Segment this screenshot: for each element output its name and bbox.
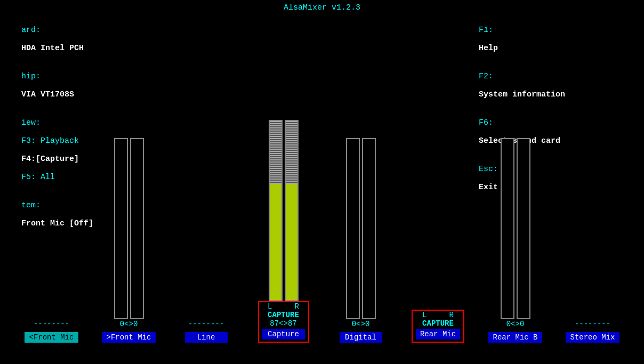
- fader-capture-r: [285, 120, 299, 301]
- channel-digital-labels: 0<>0: [352, 319, 370, 330]
- channel-stereo-mix: -------- Stereo Mix: [554, 138, 631, 343]
- mixer-area: -------- <Front Mic 0<>0 >Front Mic: [0, 85, 644, 364]
- channel-btn-front-mic-muted[interactable]: <Front Mic: [25, 332, 78, 343]
- fader-rear-mic-b-r: [517, 138, 530, 319]
- fader-cap-r-gray: [286, 121, 297, 184]
- channel-btn-digital[interactable]: Digital: [340, 332, 382, 343]
- channel-capture: L R CAPTURE 87<>87 Capture: [245, 120, 322, 343]
- channel-line: -------- Line: [167, 138, 245, 343]
- rear-mic-red-box: L R CAPTURE Rear Mic: [412, 310, 464, 343]
- channel-btn-line[interactable]: Line: [185, 332, 228, 343]
- fader-digital-r: [362, 138, 376, 319]
- capture-red-box: L R CAPTURE 87<>87 Capture: [258, 301, 309, 343]
- capture-value: 87<>87: [270, 319, 296, 328]
- channel-btn-capture[interactable]: Capture: [262, 329, 305, 339]
- rear-mic-type-label: CAPTURE: [422, 319, 454, 328]
- channel-digital-value: 0<>0: [352, 319, 370, 330]
- card-value: HDA Intel PCH: [21, 44, 84, 53]
- channel-front-mic: 0<>0 >Front Mic: [90, 138, 167, 343]
- channel-line-labels: --------: [188, 319, 224, 330]
- channel-btn-rear-mic-b[interactable]: Rear Mic B: [488, 332, 542, 343]
- channel-rear-mic-b: 0<>0 Rear Mic B: [477, 138, 554, 343]
- fader-capture-l: [269, 120, 283, 301]
- fader-cap-l-green: [270, 184, 281, 300]
- channel-stereo-mix-dashes: --------: [575, 319, 610, 330]
- capture-lr-label: L R: [268, 302, 299, 311]
- f2-key: F2:: [479, 72, 493, 81]
- channel-rear-mic-b-value: 0<>0: [506, 319, 525, 330]
- fader-cap-r-green: [286, 184, 297, 300]
- fader-front-mic-r: [130, 138, 144, 319]
- help-f1: F1: Help: [457, 16, 644, 62]
- channel-rear-mic: L R CAPTURE Rear Mic: [399, 128, 477, 343]
- channel-front-mic-muted: -------- <Front Mic: [13, 138, 90, 343]
- capture-type-label: CAPTURE: [268, 311, 299, 319]
- chip-label: hip:: [21, 72, 41, 81]
- rear-mic-lr-label: L R: [422, 311, 454, 319]
- channel-digital: 0<>0 Digital: [322, 138, 399, 343]
- channel-front-mic-muted-dashes: --------: [34, 319, 69, 330]
- channel-front-mic-muted-labels: --------: [34, 319, 69, 330]
- channel-rear-mic-b-labels: 0<>0: [506, 319, 525, 330]
- fader-digital-l: [346, 138, 360, 319]
- app-title: AlsaMixer v1.2.3: [0, 0, 644, 14]
- channel-stereo-mix-labels: --------: [575, 319, 610, 330]
- card-label: ard:: [21, 26, 41, 35]
- fader-cap-l-gray: [270, 121, 281, 184]
- channel-btn-stereo-mix[interactable]: Stereo Mix: [566, 332, 619, 343]
- channel-front-mic-value: 0<>0: [120, 319, 138, 330]
- f1-key: F1:: [479, 26, 493, 35]
- channel-btn-rear-mic[interactable]: Rear Mic: [416, 329, 460, 339]
- fader-rear-mic-b-l: [501, 138, 514, 319]
- card-row: ard: HDA Intel PCH: [0, 16, 373, 62]
- channel-front-mic-labels: 0<>0: [120, 319, 138, 330]
- title-text: AlsaMixer v1.2.3: [284, 3, 360, 12]
- channel-btn-front-mic[interactable]: >Front Mic: [102, 332, 155, 343]
- fader-front-mic-l: [114, 138, 128, 319]
- f1-desc: Help: [479, 44, 498, 53]
- channel-line-dashes: --------: [188, 319, 224, 330]
